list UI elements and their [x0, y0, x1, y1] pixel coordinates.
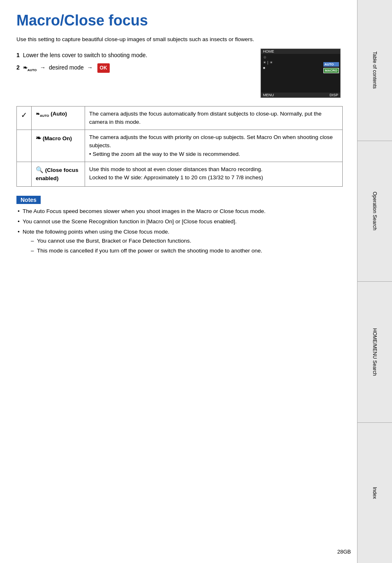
step-1: 1 Lower the lens cover to switch to shoo…	[16, 51, 252, 60]
table-row-auto: ✓ ❧AUTO (Auto) The camera adjusts the fo…	[17, 106, 343, 130]
icon-cell-auto: ❧AUTO (Auto)	[32, 106, 85, 130]
sidebar-tab-home-menu[interactable]: HOME/MENU Search	[357, 282, 392, 423]
macro-icon-symbol: ❧	[36, 134, 41, 141]
step-2-text: desired mode	[49, 64, 84, 71]
camera-diagram: HOME ☺ ☀❘☀ ■ AUTO MACRO MENU DISP	[261, 49, 343, 98]
step-2-arrow1: →	[40, 64, 46, 71]
step-2: 2 ❧AUTO → desired mode → OK	[16, 63, 252, 73]
sub-note-text-1: You cannot use the Burst, Bracket or Fac…	[37, 238, 191, 244]
close-description-1: Use this mode to shoot at even closer di…	[89, 166, 263, 172]
sidebar-tab-operation[interactable]: Operation Search	[357, 141, 392, 282]
auto-description: The camera adjusts the focus automatical…	[89, 111, 322, 125]
camera-screen: HOME ☺ ☀❘☀ ■ AUTO MACRO MENU DISP	[261, 49, 341, 98]
sidebar-tab-index-label: Index	[371, 487, 378, 499]
macro-mode-label: (Macro On)	[43, 135, 72, 141]
step-2-arrow2: →	[87, 64, 93, 71]
cam-flash-badge: AUTO	[323, 62, 339, 67]
macro-auto-icon: ❧AUTO	[23, 65, 37, 71]
notes-list: The Auto Focus speed becomes slower when…	[16, 207, 343, 255]
sidebar-tab-home-menu-label: HOME/MENU Search	[371, 328, 378, 376]
sub-note-2: This mode is cancelled if you turn off t…	[31, 247, 343, 255]
auto-icon-symbol: ❧AUTO	[36, 111, 49, 117]
desc-cell-macro: The camera adjusts the focus with priori…	[85, 130, 343, 162]
cam-icon-face: ☺	[263, 55, 338, 59]
steps-text: 1 Lower the lens cover to switch to shoo…	[16, 51, 252, 76]
sub-note-1: You cannot use the Burst, Bracket or Fac…	[31, 237, 343, 245]
sidebar-tab-index[interactable]: Index	[357, 423, 392, 563]
note-text-1: The Auto Focus speed becomes slower when…	[23, 208, 265, 214]
main-content: Macro/Close focus Use this setting to ca…	[0, 0, 355, 269]
cam-icons: ☺ ☀❘☀ ■	[261, 54, 340, 93]
note-item-2: You cannot use the Scene Recognition fun…	[16, 218, 343, 226]
steps-section: 1 Lower the lens cover to switch to shoo…	[16, 51, 343, 98]
intro-text: Use this setting to capture beautiful cl…	[16, 36, 343, 42]
cam-home-label: HOME	[263, 49, 274, 53]
page-title: Macro/Close focus	[16, 12, 343, 29]
icon-cell-macro: ❧ (Macro On)	[32, 130, 85, 162]
cam-home-bar: HOME	[261, 49, 340, 54]
step-1-num: 1	[16, 52, 20, 58]
close-icon-symbol: 🔍	[36, 166, 44, 173]
page-number: 28GB	[337, 549, 351, 555]
cam-disp-label: DISP	[330, 93, 338, 97]
notes-section: Notes The Auto Focus speed becomes slowe…	[16, 196, 343, 255]
macro-description-2: • Setting the zoom all the way to the W …	[89, 151, 240, 157]
cam-menu-label: MENU	[263, 93, 274, 97]
close-description-2: Locked to the W side: Approximately 1 to…	[89, 174, 263, 181]
note-item-1: The Auto Focus speed becomes slower when…	[16, 207, 343, 215]
note-item-3: Note the following points when using the…	[16, 228, 343, 255]
cam-right-col: AUTO MACRO	[323, 62, 339, 73]
right-sidebar: Table of contents Operation Search HOME/…	[357, 0, 392, 563]
sidebar-tab-toc[interactable]: Table of contents	[357, 0, 392, 141]
macro-description-1: The camera adjusts the focus with priori…	[89, 134, 333, 148]
step-2-num: 2	[16, 64, 20, 71]
row-check-macro	[17, 130, 32, 162]
cam-macro-badge: MACRO	[323, 68, 339, 73]
desc-cell-auto: The camera adjusts the focus automatical…	[85, 106, 343, 130]
row-check-close	[17, 162, 32, 186]
auto-mode-label: (Auto)	[51, 111, 67, 117]
table-row-close-focus: 🔍 (Close focusenabled) Use this mode to …	[17, 162, 343, 186]
sidebar-tab-toc-label: Table of contents	[371, 51, 378, 89]
notes-badge: Notes	[16, 196, 41, 204]
table-row-macro: ❧ (Macro On) The camera adjusts the focu…	[17, 130, 343, 162]
desc-cell-close: Use this mode to shoot at even closer di…	[85, 162, 343, 186]
focus-table: ✓ ❧AUTO (Auto) The camera adjusts the fo…	[16, 106, 343, 187]
notes-sub-list: You cannot use the Burst, Bracket or Fac…	[23, 237, 343, 255]
cam-bottom-bar: MENU DISP	[261, 93, 340, 97]
icon-cell-close: 🔍 (Close focusenabled)	[32, 162, 85, 186]
sidebar-tab-operation-label: Operation Search	[371, 192, 378, 230]
row-check-auto: ✓	[17, 106, 32, 130]
ok-button: OK	[97, 63, 110, 73]
note-text-2: You cannot use the Scene Recognition fun…	[23, 218, 237, 225]
sub-note-text-2: This mode is cancelled if you turn off t…	[37, 248, 262, 254]
note-text-3: Note the following points when using the…	[23, 229, 169, 235]
step-1-text: Lower the lens cover to switch to shooti…	[23, 52, 148, 58]
